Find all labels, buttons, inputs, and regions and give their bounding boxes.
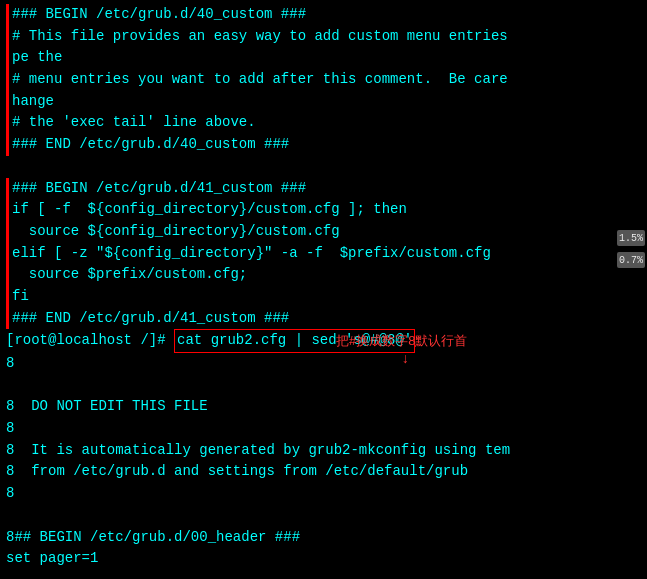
line-8 (6, 156, 641, 178)
line-24 (6, 505, 641, 527)
line-9: ### BEGIN /etc/grub.d/41_custom ### (12, 178, 641, 200)
line-20: 8 (6, 418, 641, 440)
command-line: [root@localhost /]# cat grub2.cfg | sed … (6, 329, 641, 353)
line-5: hange (12, 91, 641, 113)
line-18 (6, 375, 641, 397)
line-19: 8 DO NOT EDIT THIS FILE (6, 396, 641, 418)
line-14: fi (12, 286, 641, 308)
line-1: ### BEGIN /etc/grub.d/40_custom ### (12, 4, 641, 26)
line-2: # This file provides an easy way to add … (12, 26, 641, 48)
line-3: pe the (12, 47, 641, 69)
terminal-window: ### BEGIN /etc/grub.d/40_custom ### # Th… (0, 0, 647, 579)
line-17: 8 (6, 353, 641, 375)
line-6: # the 'exec tail' line above. (12, 112, 641, 134)
line-4: # menu entries you want to add after thi… (12, 69, 641, 91)
scrollbar[interactable]: 1.5% 0.7% (617, 230, 645, 268)
line-11: source ${config_directory}/custom.cfg (12, 221, 641, 243)
scroll-top-label: 1.5% (617, 230, 645, 246)
line-21: 8 It is automatically generated by grub2… (6, 440, 641, 462)
line-15: ### END /etc/grub.d/41_custom ### (12, 308, 641, 330)
line-23: 8 (6, 483, 641, 505)
scroll-bottom-label: 0.7% (617, 252, 645, 268)
line-25: 8## BEGIN /etc/grub.d/00_header ### (6, 527, 641, 549)
line-22: 8 from /etc/grub.d and settings from /et… (6, 461, 641, 483)
line-26: set pager=1 (6, 548, 641, 570)
line-10: if [ -f ${config_directory}/custom.cfg ]… (12, 199, 641, 221)
line-7: ### END /etc/grub.d/40_custom ### (12, 134, 641, 156)
annotation-arrow: ↓ (401, 349, 409, 371)
prompt: [root@localhost /]# (6, 330, 174, 352)
line-13: source $prefix/custom.cfg; (12, 264, 641, 286)
line-12: elif [ -z "${config_directory}" -a -f $p… (12, 243, 641, 265)
